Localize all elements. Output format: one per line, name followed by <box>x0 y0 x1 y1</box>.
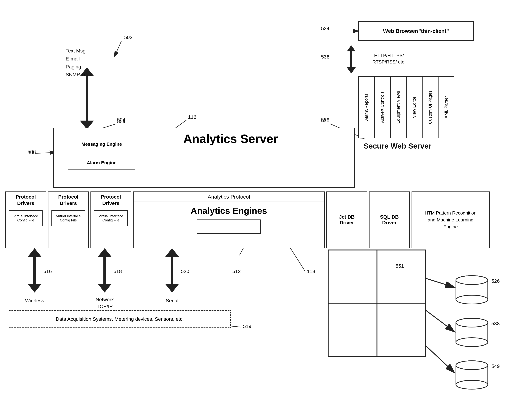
svg-line-43 <box>426 278 454 287</box>
xml-parser-label: XML Parser <box>444 96 449 118</box>
xml-parser-tab: XML Parser <box>438 76 454 138</box>
svg-line-12 <box>36 152 55 153</box>
equipment-views-tab: Equipment Views <box>390 76 406 138</box>
jetdb-driver-label: Jet DBDriver <box>339 214 355 225</box>
svg-marker-25 <box>28 284 42 292</box>
svg-point-55 <box>456 338 488 347</box>
ref-512: 512 <box>232 268 241 274</box>
svg-line-42 <box>381 252 394 261</box>
svg-point-60 <box>456 361 488 370</box>
ref-516: 516 <box>44 268 52 274</box>
protocol-drivers-3-label: ProtocolDrivers <box>101 194 121 207</box>
svg-marker-33 <box>165 284 179 292</box>
alarm-engine-box: Alarm Engine <box>68 156 135 170</box>
svg-point-51 <box>456 295 488 304</box>
protocol-drivers-1-box: ProtocolDrivers Virtual interfaceConfig … <box>5 191 46 248</box>
analytics-protocol-header: Analytics Protocol <box>133 192 324 202</box>
svg-point-56 <box>456 318 488 327</box>
network-tcpip-label: NetworkTCP/IP <box>90 296 119 310</box>
jetdb-driver-box: Jet DBDriver <box>326 191 367 248</box>
custom-ui-label: Custom UI Pages <box>428 91 433 124</box>
ref-506: 506 <box>28 149 36 155</box>
http-label: HTTP/HTTPS/RTSP/RSS/ etc. <box>373 52 406 65</box>
ref-530: 530 <box>321 117 329 123</box>
svg-line-44 <box>426 310 454 332</box>
htm-engine-box: HTM Pattern Recognitionand Machine Learn… <box>412 191 490 248</box>
ref-504: 504 <box>117 117 126 123</box>
data-acquisition-label: Data Acquisition Systems, Metering devic… <box>56 316 184 322</box>
svg-line-4 <box>114 41 122 57</box>
svg-marker-32 <box>165 248 179 257</box>
svg-marker-22 <box>347 67 356 73</box>
alarm-reports-label: Alarm/Reports <box>364 94 369 121</box>
ref-520: 520 <box>181 268 189 274</box>
analytics-server-label: Analytics Server <box>184 132 278 145</box>
equipment-views-label: Equipment Views <box>396 91 401 124</box>
ref-118: 118 <box>307 268 315 274</box>
alarm-engine-label: Alarm Engine <box>87 160 117 166</box>
svg-marker-29 <box>97 284 112 292</box>
messaging-engine-label: Messaging Engine <box>81 141 122 147</box>
sqldb-driver-box: SQL DBDriver <box>369 191 410 248</box>
activex-label: ActiveX Controls <box>380 92 385 123</box>
wireless-label: Wireless <box>21 298 48 304</box>
view-editor-label: View Editor <box>412 97 417 118</box>
ref-519: 519 <box>243 324 251 329</box>
ref-502: 502 <box>124 35 133 40</box>
db3-cylinder <box>454 360 490 390</box>
data-acquisition-box: Data Acquisition Systems, Metering devic… <box>9 310 231 328</box>
svg-marker-28 <box>97 248 112 257</box>
svg-marker-21 <box>347 45 356 51</box>
serial-label: Serial <box>163 298 181 304</box>
svg-rect-46 <box>328 250 426 356</box>
protocol-drivers-2-box: ProtocolDrivers Virtual InterfaceConfig … <box>48 191 89 248</box>
analytics-protocol-box: Analytics Protocol Analytics Engines <box>133 191 325 248</box>
svg-line-45 <box>426 346 454 372</box>
alarm-reports-tab: Alarm/Reports <box>358 76 374 138</box>
analytics-server-box: Analytics Server Messaging Engine Alarm … <box>53 128 355 188</box>
custom-ui-tab: Custom UI Pages <box>422 76 438 138</box>
protocol-drivers-3-box: ProtocolDrivers Virtual interfaceConfig … <box>90 191 131 248</box>
messaging-engine-box: Messaging Engine <box>68 137 135 151</box>
protocol-drivers-1-label: ProtocolDrivers <box>16 194 36 207</box>
db2-cylinder <box>454 317 490 348</box>
analytics-engines-label: Analytics Engines <box>191 206 267 216</box>
db1-ref: 526 <box>491 278 500 284</box>
text-msg-label: Text MsgE-mailPagingSNMP Traps <box>66 47 94 79</box>
view-editor-tab: View Editor <box>406 76 422 138</box>
svg-point-52 <box>456 276 488 284</box>
web-browser-label: Web Browser/"thin-client" <box>383 28 449 34</box>
db1-cylinder <box>454 275 490 305</box>
activex-tab: ActiveX Controls <box>374 76 390 138</box>
virtual-interface-3-box: Virtual interfaceConfig File <box>94 210 128 226</box>
htm-engine-label: HTM Pattern Recognitionand Machine Learn… <box>425 210 476 230</box>
virtual-interface-1-box: Virtual interfaceConfig File <box>9 210 43 226</box>
ref-518: 518 <box>113 268 122 274</box>
virtual-interface-2-box: Virtual InterfaceConfig File <box>52 210 85 226</box>
ref-536: 536 <box>321 54 329 60</box>
svg-point-59 <box>456 380 488 389</box>
ref-551: 551 <box>396 263 404 269</box>
ref-534: 534 <box>321 26 329 31</box>
ref-116: 116 <box>188 114 196 120</box>
secure-web-server-label: Secure Web Server <box>364 142 431 150</box>
protocol-drivers-2-label: ProtocolDrivers <box>58 194 78 207</box>
http-text: HTTP/HTTPS/RTSP/RSS/ etc. <box>373 53 406 65</box>
svg-marker-24 <box>28 248 42 257</box>
db2-ref: 538 <box>491 321 500 326</box>
web-browser-box: Web Browser/"thin-client" <box>358 21 474 41</box>
db3-ref: 549 <box>491 363 500 369</box>
sqldb-driver-label: SQL DBDriver <box>380 214 399 225</box>
diagram: 502 504 506 116 530 534 536 516 <box>0 0 532 406</box>
analytics-engines-inner <box>197 219 261 234</box>
